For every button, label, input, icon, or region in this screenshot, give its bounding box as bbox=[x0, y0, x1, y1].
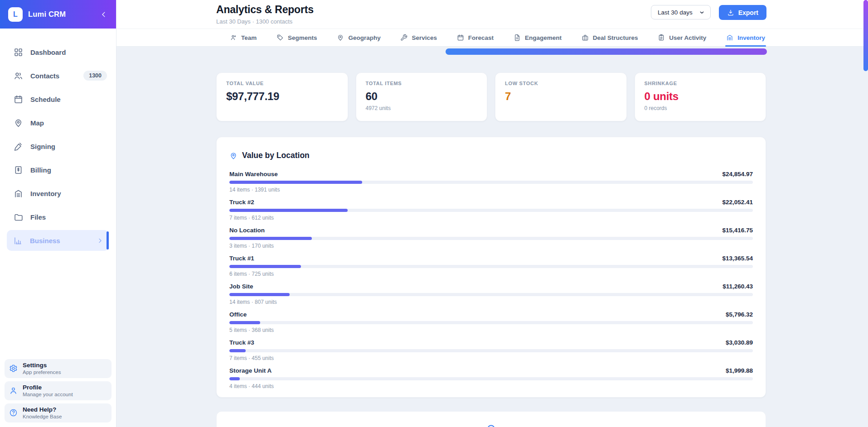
deal-structures-icon bbox=[582, 34, 589, 41]
tab-engagement[interactable]: Engagement bbox=[513, 29, 563, 46]
sidebar-item-billing[interactable]: Billing bbox=[0, 158, 116, 182]
footer-item-settings[interactable]: Settings App preferences bbox=[5, 359, 112, 378]
tab-inventory[interactable]: Inventory bbox=[725, 29, 766, 46]
content-area: TOTAL VALUE $97,777.19 TOTAL ITEMS 60 49… bbox=[116, 47, 868, 427]
location-bar-fill bbox=[229, 377, 240, 380]
sidebar-footer: Settings App preferences Profile Manage … bbox=[0, 359, 116, 427]
kpi-card-total-items: TOTAL ITEMS 60 4972 units bbox=[356, 72, 488, 121]
report-tabbar: Team Segments Geography Services Forecas… bbox=[116, 29, 868, 47]
tab-team[interactable]: Team bbox=[229, 29, 257, 46]
location-row-storage-unit-a: Storage Unit A $1,999.88 4 items · 444 u… bbox=[229, 367, 753, 389]
location-bar-track bbox=[229, 181, 753, 184]
value-by-location-header: Value by Location bbox=[229, 151, 753, 160]
gear-icon bbox=[9, 364, 18, 373]
location-bar-fill bbox=[229, 237, 312, 240]
footer-item-profile[interactable]: Profile Manage your account bbox=[5, 381, 112, 400]
map-pin-icon bbox=[229, 152, 238, 160]
app-logo: L bbox=[8, 7, 23, 22]
inventory-icon bbox=[726, 34, 733, 41]
services-icon bbox=[400, 34, 407, 41]
page-subtitle: Last 30 Days · 1300 contacts bbox=[216, 18, 292, 25]
location-bar-track bbox=[229, 293, 753, 296]
location-row-truck-2: Truck #2 $22,052.41 7 items · 612 units bbox=[229, 199, 753, 221]
sidebar-header: L Lumi CRM bbox=[0, 0, 116, 29]
location-row-office: Office $5,796.32 5 items · 368 units bbox=[229, 311, 753, 333]
help-icon bbox=[9, 408, 18, 417]
location-bar-fill bbox=[229, 181, 362, 184]
location-row-truck-3: Truck #3 $3,030.89 7 items · 455 units bbox=[229, 339, 753, 361]
gradient-progress-bar bbox=[446, 48, 767, 55]
kpi-card-shrinkage: SHRINKAGE 0 units 0 records bbox=[635, 72, 766, 121]
sidebar-item-map[interactable]: Map bbox=[0, 111, 116, 134]
sidebar-nav: Dashboard Contacts 1300 Schedule Map bbox=[0, 29, 116, 359]
tab-geography[interactable]: Geography bbox=[336, 29, 381, 46]
vertical-scrollbar bbox=[863, 0, 868, 427]
location-bar-fill bbox=[229, 321, 260, 324]
value-by-location-card: Value by Location Main Warehouse $24,854… bbox=[216, 137, 766, 398]
export-button-label: Export bbox=[738, 9, 758, 16]
value-by-location-title: Value by Location bbox=[242, 151, 310, 160]
sidebar-collapse-button[interactable] bbox=[100, 10, 108, 19]
location-row-no-location: No Location $15,416.75 3 items · 170 uni… bbox=[229, 227, 753, 249]
sidebar-item-files[interactable]: Files bbox=[0, 205, 116, 229]
user-icon bbox=[9, 386, 18, 395]
date-range-select[interactable]: Last 30 days bbox=[651, 5, 711, 19]
footer-item-need-help[interactable]: Need Help? Knowledge Base bbox=[5, 403, 112, 422]
location-bar-fill bbox=[229, 209, 348, 212]
tab-user-activity[interactable]: User Activity bbox=[657, 29, 707, 46]
location-bar-fill bbox=[229, 293, 290, 296]
team-icon bbox=[230, 34, 237, 41]
main-area: Analytics & Reports Last 30 Days · 1300 … bbox=[116, 0, 868, 427]
page-header: Analytics & Reports Last 30 Days · 1300 … bbox=[116, 0, 868, 29]
location-bar-track bbox=[229, 321, 753, 324]
business-icon bbox=[13, 236, 23, 245]
location-bar-fill bbox=[229, 349, 246, 352]
scrollbar-thumb[interactable] bbox=[863, 0, 868, 71]
section-icon bbox=[229, 423, 753, 427]
next-section-card-partial bbox=[216, 411, 766, 427]
forecast-icon bbox=[457, 34, 464, 41]
map-pin-icon bbox=[14, 118, 23, 128]
header-controls: Last 30 days Export bbox=[651, 5, 766, 20]
chevron-down-icon bbox=[699, 10, 705, 15]
download-icon bbox=[727, 9, 734, 16]
tab-segments[interactable]: Segments bbox=[276, 29, 318, 46]
sidebar-item-business[interactable]: Business bbox=[7, 230, 109, 251]
sidebar-item-signing[interactable]: Signing bbox=[0, 134, 116, 158]
date-range-value: Last 30 days bbox=[658, 9, 693, 16]
user-activity-icon bbox=[658, 34, 665, 41]
billing-icon bbox=[14, 165, 23, 175]
location-row-job-site: Job Site $11,260.43 14 items · 807 units bbox=[229, 283, 753, 305]
kpi-card-low-stock: LOW STOCK 7 bbox=[495, 72, 627, 121]
kpi-card-total-value: TOTAL VALUE $97,777.19 bbox=[216, 72, 348, 121]
files-icon bbox=[14, 212, 23, 222]
location-bar-track bbox=[229, 265, 753, 268]
segments-icon bbox=[276, 34, 284, 41]
location-bar-track bbox=[229, 237, 753, 240]
contacts-count-badge: 1300 bbox=[83, 71, 107, 81]
sidebar-item-inventory[interactable]: Inventory bbox=[0, 182, 116, 205]
page-title: Analytics & Reports bbox=[216, 4, 314, 16]
value-by-location-rows: Main Warehouse $24,854.97 14 items · 139… bbox=[229, 171, 753, 389]
location-bar-fill bbox=[229, 265, 301, 268]
sidebar-item-dashboard[interactable]: Dashboard bbox=[0, 40, 116, 64]
tab-forecast[interactable]: Forecast bbox=[456, 29, 495, 46]
engagement-icon bbox=[514, 34, 521, 41]
sidebar-item-contacts[interactable]: Contacts 1300 bbox=[0, 64, 116, 87]
location-bar-track bbox=[229, 349, 753, 352]
tab-deal-structures[interactable]: Deal Structures bbox=[581, 29, 639, 46]
location-row-main-warehouse: Main Warehouse $24,854.97 14 items · 139… bbox=[229, 171, 753, 193]
contacts-icon bbox=[14, 71, 23, 81]
geography-icon bbox=[337, 34, 344, 41]
tab-services[interactable]: Services bbox=[399, 29, 438, 46]
schedule-icon bbox=[14, 95, 23, 104]
sidebar-item-schedule[interactable]: Schedule bbox=[0, 87, 116, 111]
app-name: Lumi CRM bbox=[28, 10, 66, 19]
location-bar-track bbox=[229, 377, 753, 380]
inventory-icon bbox=[14, 189, 23, 198]
export-button[interactable]: Export bbox=[719, 5, 766, 20]
report-tabs: Team Segments Geography Services Forecas… bbox=[229, 29, 766, 46]
chevron-right-icon bbox=[97, 237, 103, 244]
signing-icon bbox=[14, 142, 23, 151]
dashboard-icon bbox=[14, 48, 23, 57]
